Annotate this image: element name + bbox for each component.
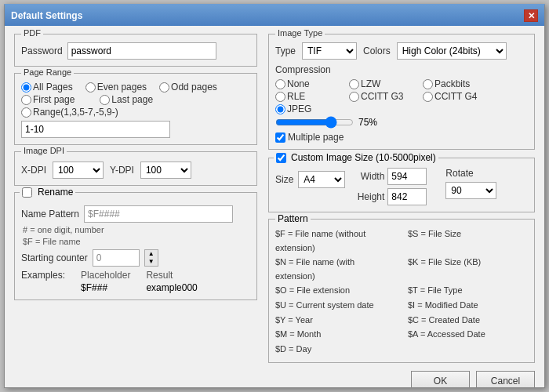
radio-all-pages-input[interactable] — [21, 82, 31, 93]
comp-jpeg-radio[interactable] — [275, 104, 285, 114]
pdf-group: PDF Password — [14, 34, 257, 67]
main-columns: PDF Password Page Range All Pages — [14, 34, 535, 363]
comp-ccitt-g3: CCITT G3 — [349, 91, 420, 102]
colors-select[interactable]: High Color (24bits) True Color (32bits) … — [397, 42, 507, 60]
pattern-item-t: $T = File Type — [408, 284, 528, 298]
pattern-item-s: $S = File Size — [408, 227, 528, 255]
comp-rle: RLE — [275, 91, 346, 102]
compression-label: Compression — [275, 64, 528, 75]
pdf-label: PDF — [21, 28, 43, 38]
height-row: Height — [354, 188, 427, 205]
comp-jpeg: JPEG — [275, 103, 346, 114]
dialog-window: Default Settings ✕ PDF Password Page R — [4, 4, 545, 388]
pattern-item-c: $C = Created Date — [408, 314, 528, 328]
close-button[interactable]: ✕ — [524, 9, 538, 22]
radio-first-page: First page — [21, 94, 75, 105]
name-pattern-row: Name Pattern — [21, 205, 250, 223]
colors-label: Colors — [363, 45, 391, 56]
rename-label-row: Rename — [20, 187, 75, 198]
pattern-item-o: $O = File extension — [275, 284, 395, 298]
slider-row: 75% — [275, 116, 528, 129]
radio-first-page-input[interactable] — [21, 95, 31, 105]
multi-page-label: Multiple page — [288, 132, 344, 143]
spinner-up-button[interactable]: ▲ — [145, 250, 158, 258]
radio-last-page-label: Last page — [111, 94, 153, 105]
radio-range-input[interactable] — [21, 107, 31, 118]
width-row: Width — [354, 168, 427, 185]
width-label: Width — [354, 171, 384, 182]
rotate-label: Rotate — [445, 168, 473, 179]
radio-even-pages-input[interactable] — [85, 82, 96, 93]
height-label: Height — [354, 191, 384, 202]
image-type-label: Image Type — [275, 28, 325, 38]
pattern-item-f: $F = File name (without extension) — [275, 227, 395, 255]
example-result-value: example000 — [146, 282, 197, 293]
image-dpi-group: Image DPI X-DPI 100 Y-DPI 100 — [14, 151, 257, 186]
type-label: Type — [275, 45, 296, 56]
radio-range: Range(1,3,5-7,-5,9-) — [21, 107, 118, 118]
rename-content: Name Pattern # = one digit, number $F = … — [21, 205, 250, 293]
rename-checkbox[interactable] — [22, 187, 32, 198]
spinner-down-button[interactable]: ▼ — [145, 258, 158, 266]
comp-lzw-label: LZW — [361, 78, 380, 89]
examples-placeholder-col: Placeholder $F### — [81, 270, 130, 293]
x-dpi-select[interactable]: 100 — [53, 162, 104, 179]
password-row: Password — [21, 42, 250, 60]
page-range-group: Page Range All Pages Even pages — [14, 73, 257, 145]
ok-button[interactable]: OK — [411, 371, 470, 387]
jpeg-quality-value: 75% — [358, 117, 377, 128]
size-fields: Size A4 A3 Letter Custom Width — [275, 168, 528, 205]
comp-none: None — [275, 78, 346, 89]
width-height-group: Width Height — [354, 168, 427, 205]
radio-row-3: Range(1,3,5-7,-5,9-) — [21, 107, 250, 118]
comp-rle-radio[interactable] — [275, 92, 285, 102]
comp-jpeg-label: JPEG — [287, 103, 311, 114]
comp-packbits: Packbits — [423, 78, 493, 89]
multi-page-checkbox[interactable] — [275, 132, 285, 143]
example-pattern-value: $F### — [81, 282, 130, 293]
hint2: $F = File name — [23, 237, 250, 246]
comp-ccitt-g4-label: CCITT G4 — [434, 91, 477, 102]
comp-packbits-label: Packbits — [434, 78, 470, 89]
comp-ccitt-g4-radio[interactable] — [423, 92, 433, 102]
radio-even-pages-label: Even pages — [97, 82, 147, 93]
rename-label: Rename — [38, 187, 73, 198]
radio-odd-pages-input[interactable] — [159, 82, 169, 93]
width-input[interactable] — [387, 168, 427, 185]
radio-first-page-label: First page — [33, 94, 75, 105]
title-bar: Default Settings ✕ — [5, 5, 544, 26]
pattern-item-empty — [408, 343, 528, 357]
multi-page-row: Multiple page — [275, 132, 528, 143]
y-dpi-select[interactable]: 100 — [140, 162, 191, 179]
range-input[interactable] — [21, 121, 170, 138]
comp-lzw-radio[interactable] — [349, 79, 359, 89]
placeholder-header: Placeholder — [81, 270, 130, 281]
type-select[interactable]: TIF JPEG PNG BMP — [302, 42, 357, 60]
name-pattern-input[interactable] — [84, 205, 233, 223]
window-title: Default Settings — [11, 10, 82, 21]
height-input[interactable] — [387, 188, 427, 205]
pattern-item-d: $D = Day — [275, 343, 395, 357]
cancel-button[interactable]: Cancel — [476, 371, 535, 387]
comp-none-radio[interactable] — [275, 79, 285, 89]
counter-input[interactable] — [93, 249, 140, 267]
result-header: Result — [146, 270, 197, 281]
comp-packbits-radio[interactable] — [423, 79, 433, 89]
examples-row: Examples: Placeholder $F### Result examp… — [21, 270, 250, 293]
comp-rle-label: RLE — [287, 91, 305, 102]
comp-ccitt-g3-radio[interactable] — [349, 92, 359, 102]
size-select-row: Size A4 A3 Letter Custom — [275, 171, 345, 188]
rotate-select[interactable]: 0 90 180 270 — [445, 182, 496, 199]
dpi-row: X-DPI 100 Y-DPI 100 — [21, 162, 250, 179]
radio-range-label: Range(1,3,5-7,-5,9-) — [33, 107, 118, 118]
password-input[interactable] — [67, 42, 216, 60]
radio-last-page: Last page — [100, 94, 153, 105]
custom-size-checkbox[interactable] — [276, 153, 286, 163]
size-label: Size — [275, 174, 293, 185]
comp-ccitt-g3-label: CCITT G3 — [361, 91, 403, 102]
size-select[interactable]: A4 A3 Letter Custom — [298, 171, 345, 188]
button-row: OK Cancel — [14, 368, 535, 387]
pattern-label: Pattern — [275, 213, 311, 224]
radio-last-page-input[interactable] — [100, 95, 110, 105]
jpeg-quality-slider[interactable] — [275, 116, 354, 129]
